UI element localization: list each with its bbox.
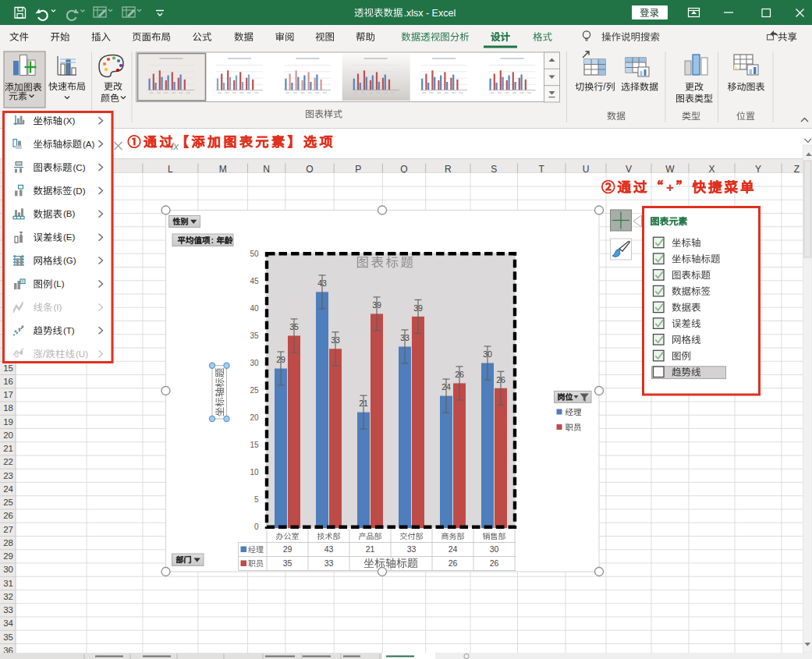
svg-text:S: S	[491, 164, 497, 175]
svg-text:39: 39	[372, 300, 381, 310]
svg-text:(L): (L)	[54, 279, 65, 289]
svg-text:10: 10	[250, 468, 259, 477]
svg-text:Q: Q	[400, 164, 407, 175]
svg-text:N: N	[263, 164, 270, 175]
svg-text:35: 35	[283, 558, 293, 568]
svg-text:.xlsx - Excel: .xlsx - Excel	[404, 8, 456, 19]
svg-text:(A): (A)	[83, 140, 95, 149]
svg-text:(U): (U)	[76, 349, 88, 359]
svg-text:Z: Z	[794, 164, 800, 175]
svg-text:U: U	[583, 164, 590, 175]
svg-text:22: 22	[3, 457, 13, 466]
svg-text:45: 45	[250, 277, 259, 285]
svg-text:16: 16	[3, 377, 13, 386]
svg-text:35: 35	[250, 331, 259, 340]
svg-text:30: 30	[490, 544, 499, 554]
svg-text:34: 34	[3, 618, 13, 628]
svg-text:R: R	[445, 164, 452, 175]
svg-text:(D): (D)	[73, 186, 86, 196]
svg-text::: :	[211, 236, 215, 245]
svg-text:25: 25	[250, 386, 259, 395]
svg-text:30: 30	[3, 565, 13, 574]
svg-text:(G): (G)	[63, 256, 76, 265]
svg-text:(T): (T)	[63, 326, 75, 335]
svg-text:25: 25	[3, 498, 13, 507]
svg-text:43: 43	[317, 278, 327, 288]
svg-text:24: 24	[3, 484, 13, 494]
svg-text:(B): (B)	[63, 209, 76, 218]
svg-text:+: +	[666, 180, 674, 195]
svg-text:29: 29	[283, 544, 293, 554]
svg-text:Y: Y	[755, 164, 761, 175]
svg-text:29: 29	[276, 355, 285, 364]
svg-text:30: 30	[483, 349, 492, 359]
svg-text:26: 26	[455, 370, 464, 379]
svg-text:0: 0	[254, 523, 259, 531]
svg-text:15: 15	[3, 363, 13, 373]
svg-text:V: V	[626, 164, 632, 175]
svg-text:27: 27	[3, 525, 13, 534]
svg-text:17: 17	[3, 390, 13, 399]
svg-text:32: 32	[3, 592, 13, 601]
svg-text:15: 15	[250, 441, 259, 449]
svg-text:W: W	[665, 164, 675, 175]
svg-text:35: 35	[3, 632, 13, 642]
svg-text:24: 24	[449, 544, 458, 554]
svg-text:21: 21	[366, 544, 375, 554]
svg-text:26: 26	[496, 375, 505, 384]
svg-text:28: 28	[3, 538, 13, 547]
svg-text:P: P	[355, 164, 361, 175]
svg-text:(C): (C)	[73, 163, 86, 172]
svg-text:39: 39	[413, 303, 423, 313]
svg-text:20: 20	[3, 430, 13, 440]
svg-text:33: 33	[400, 333, 410, 342]
svg-text:M: M	[219, 164, 227, 175]
svg-text:43: 43	[324, 544, 334, 554]
svg-text:33: 33	[407, 544, 417, 554]
svg-text:30: 30	[250, 359, 259, 367]
svg-text:X: X	[708, 164, 714, 175]
svg-text:24: 24	[441, 382, 451, 392]
svg-text:31: 31	[3, 579, 13, 588]
svg-text:20: 20	[250, 413, 259, 422]
svg-text:L: L	[168, 164, 173, 175]
svg-text:26: 26	[3, 511, 13, 520]
svg-text:19: 19	[3, 417, 13, 427]
svg-text:T: T	[539, 164, 545, 175]
svg-text:(I): (I)	[54, 303, 62, 312]
svg-text:(X): (X)	[63, 116, 76, 126]
svg-text:29: 29	[3, 551, 13, 561]
svg-text:26: 26	[449, 558, 458, 568]
svg-text:5: 5	[254, 495, 259, 504]
svg-text:50: 50	[250, 250, 259, 258]
svg-text:33: 33	[3, 605, 13, 615]
svg-text:33: 33	[331, 335, 340, 345]
svg-text:21: 21	[3, 444, 13, 453]
svg-text:21: 21	[359, 399, 368, 408]
svg-text:35: 35	[289, 322, 299, 331]
svg-text:(E): (E)	[63, 232, 76, 242]
svg-text:33: 33	[324, 558, 334, 568]
svg-text:26: 26	[490, 558, 499, 568]
svg-text:/: /	[43, 349, 46, 360]
svg-text:23: 23	[3, 471, 13, 480]
svg-text:40: 40	[250, 304, 259, 313]
svg-text:18: 18	[3, 403, 13, 413]
svg-text:O: O	[306, 164, 313, 175]
